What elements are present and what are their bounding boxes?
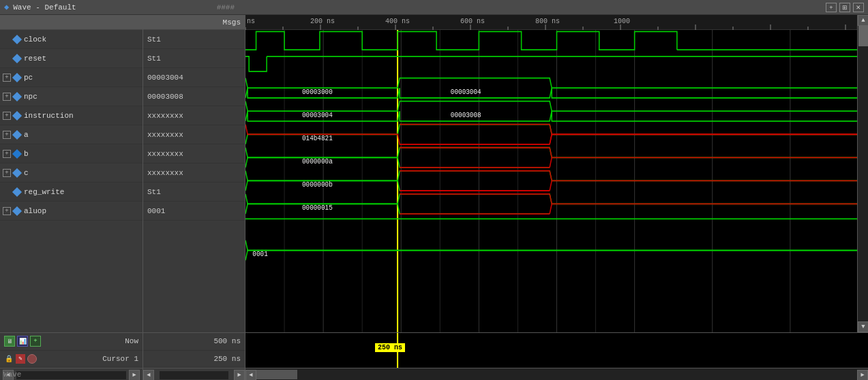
value-npc: 00003008 xyxy=(143,87,245,106)
c-label: c xyxy=(24,169,140,177)
status-area: 🖥 📊 + Now 🔒 ✎ Cursor 1 500 ns 250 ns xyxy=(0,332,868,368)
svg-text:00003008: 00003008 xyxy=(451,111,481,119)
hscroll-left: ◄ ► xyxy=(0,368,143,380)
reset-icon xyxy=(12,54,22,63)
lock-icon: 🔒 xyxy=(4,354,14,364)
value-pc: 00003004 xyxy=(143,68,245,87)
svg-line-64 xyxy=(550,204,552,214)
signal-names-panel: clock reset + pc + npc + instruction + xyxy=(0,15,143,332)
svg-text:600 ns: 600 ns xyxy=(460,18,485,25)
value-instruction: xxxxxxxx xyxy=(143,106,245,125)
hscroll-row: ◄ ► ◄ ► ◄ ► xyxy=(0,368,868,380)
pc-label: pc xyxy=(24,74,140,82)
pencil-icon: ✎ xyxy=(16,354,25,364)
hscroll-thumb-main[interactable] xyxy=(256,370,297,379)
waveform-area[interactable]: ns 200 ns 400 ns 600 ns 800 ns 1000 xyxy=(245,15,868,332)
cursor1-value: 250 ns xyxy=(213,355,241,363)
expand-a[interactable]: + xyxy=(3,131,11,139)
main-content: clock reset + pc + npc + instruction + xyxy=(0,15,868,332)
value-b: xxxxxxxx xyxy=(143,144,245,163)
value-reg-write: St1 xyxy=(143,183,245,202)
title-text: Wave - Default xyxy=(13,3,76,12)
svg-text:00000015: 00000015 xyxy=(302,204,333,212)
signal-row-clock[interactable]: clock xyxy=(0,30,143,49)
now-label: Now xyxy=(125,337,138,345)
scrollbar-track xyxy=(858,26,868,321)
hscroll-mid-left[interactable]: ◄ xyxy=(143,370,154,381)
signal-row-reset[interactable]: reset xyxy=(0,49,143,68)
expand-instruction[interactable]: + xyxy=(3,112,11,120)
right-scrollbar[interactable]: ▲ ▼ xyxy=(857,15,868,332)
pc-icon xyxy=(12,73,22,82)
c-icon xyxy=(12,168,22,178)
close-button[interactable]: ✕ xyxy=(853,3,864,12)
time-header: ns 200 ns 400 ns 600 ns 800 ns 1000 xyxy=(245,15,868,30)
status-left-panel: 🖥 📊 + Now 🔒 ✎ Cursor 1 xyxy=(0,333,143,368)
expand-npc[interactable]: + xyxy=(3,93,11,101)
graph-icon: 📊 xyxy=(17,336,28,347)
svg-text:00003000: 00003000 xyxy=(302,88,333,96)
title-bar-buttons: + ⊞ ✕ xyxy=(826,3,864,12)
svg-text:ns: ns xyxy=(247,18,255,25)
now-value: 500 ns xyxy=(213,337,241,345)
svg-text:0001: 0001 xyxy=(252,250,267,258)
signal-row-reg-write[interactable]: reg_write xyxy=(0,183,143,202)
add-button[interactable]: + xyxy=(826,3,837,12)
reg-write-icon xyxy=(12,187,22,197)
a-label: a xyxy=(24,131,140,139)
hscroll-mid-right[interactable]: ► xyxy=(234,370,245,381)
scroll-down-btn[interactable]: ▼ xyxy=(858,321,868,332)
hscroll-right-btn-1[interactable]: ► xyxy=(129,370,140,381)
hscroll-track-left xyxy=(16,371,126,379)
svg-text:0000000a: 0000000a xyxy=(302,157,333,165)
signal-row-b[interactable]: + b xyxy=(0,144,143,163)
cursor-1-label: Cursor 1 xyxy=(102,355,138,363)
value-clock: St1 xyxy=(143,30,245,49)
a-icon xyxy=(12,130,22,140)
b-icon xyxy=(12,149,22,159)
signal-values-panel: Msgs St1 St1 00003004 00003008 xxxxxxxx … xyxy=(143,15,245,332)
scroll-indicator: #### xyxy=(217,3,235,12)
hscroll-inner xyxy=(256,370,857,379)
hscroll-mid: ◄ ► xyxy=(143,368,245,380)
status-wave-panel: 250 ns xyxy=(245,333,868,368)
clock-label: clock xyxy=(24,35,140,44)
hscroll-main-right[interactable]: ► xyxy=(857,370,868,381)
title-bar-left: ◆ Wave - Default #### xyxy=(4,2,235,12)
hscroll-main-track[interactable]: ◄ ► xyxy=(245,368,868,380)
reset-label: reset xyxy=(24,54,140,63)
expand-b[interactable]: + xyxy=(3,150,11,158)
signal-row-c[interactable]: + c xyxy=(0,163,143,183)
b-label: b xyxy=(24,150,140,158)
status-icons-2: 🔒 ✎ xyxy=(4,354,37,364)
cursor-time-label: 250 ns xyxy=(375,343,405,352)
scrollbar-thumb[interactable] xyxy=(858,26,868,46)
expand-c[interactable]: + xyxy=(3,169,11,177)
svg-text:014b4821: 014b4821 xyxy=(302,134,333,142)
svg-line-57 xyxy=(550,171,552,181)
value-c: xxxxxxxx xyxy=(143,163,245,183)
cursor1-value-row: 250 ns xyxy=(143,351,245,368)
svg-text:00003004: 00003004 xyxy=(451,88,481,96)
title-bar: ◆ Wave - Default #### + ⊞ ✕ xyxy=(0,0,868,15)
signal-row-npc[interactable]: + npc xyxy=(0,87,143,106)
expand-aluop[interactable]: + xyxy=(3,207,11,215)
signal-row-pc[interactable]: + pc xyxy=(0,68,143,87)
svg-line-52 xyxy=(550,157,552,168)
circle-icon xyxy=(27,354,37,364)
expand-pc[interactable]: + xyxy=(3,74,11,82)
status-row-1: 🖥 📊 + Now xyxy=(0,333,143,351)
signal-row-a[interactable]: + a xyxy=(0,125,143,144)
status-icons-1: 🖥 📊 + xyxy=(4,336,41,347)
maximize-button[interactable]: ⊞ xyxy=(839,3,850,12)
hscroll-main-left[interactable]: ◄ xyxy=(245,370,256,381)
scroll-up-btn[interactable]: ▲ xyxy=(858,15,868,26)
signal-row-instruction[interactable]: + instruction xyxy=(0,106,143,125)
svg-text:200 ns: 200 ns xyxy=(310,18,335,25)
npc-icon xyxy=(12,92,22,101)
svg-line-46 xyxy=(550,134,552,144)
svg-text:00003004: 00003004 xyxy=(302,111,333,119)
signal-row-aluop[interactable]: + aluop xyxy=(0,202,143,221)
status-row-2: 🔒 ✎ Cursor 1 xyxy=(0,351,143,368)
wave-icon: ◆ xyxy=(4,2,9,12)
